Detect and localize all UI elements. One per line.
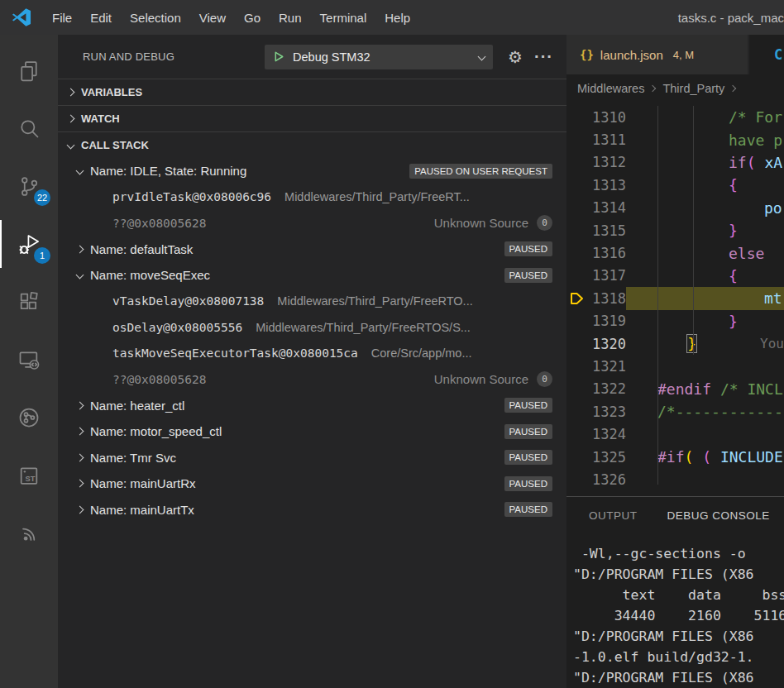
breadcrumb-item[interactable]: Middlewares: [577, 82, 644, 95]
code-line[interactable]: 1325#if( ( INCLUDE: [566, 446, 784, 468]
tab-output[interactable]: OUTPUT: [589, 509, 638, 522]
code-line[interactable]: 1321: [566, 355, 784, 377]
chevron-right-icon: [76, 401, 84, 409]
code-line[interactable]: 1312if( xA: [566, 151, 784, 174]
section-watch[interactable]: WATCH: [58, 105, 566, 131]
code-line-content: }: [626, 310, 784, 332]
gear-icon[interactable]: ⚙: [508, 47, 523, 67]
activity-item-extensions[interactable]: [0, 273, 58, 331]
chevron-down-icon: [76, 167, 84, 175]
editor-gutter[interactable]: 1325: [566, 446, 626, 468]
editor-gutter[interactable]: 1312: [566, 151, 626, 174]
activity-item-search[interactable]: [0, 99, 58, 157]
menu-run[interactable]: Run: [270, 11, 311, 25]
editor-gutter[interactable]: 1323: [566, 400, 626, 423]
code-line[interactable]: 1311have p: [566, 128, 784, 150]
debug-console-output[interactable]: -Wl,--gc-sections -o"D:/PROGRAM FILES (X…: [566, 533, 784, 688]
section-call-stack[interactable]: CALL STACK: [58, 131, 566, 158]
code-line[interactable]: 1315}: [566, 219, 784, 241]
activity-item-source-control[interactable]: 22: [0, 157, 58, 215]
thread-status-badge: PAUSED: [504, 476, 552, 491]
frame-label: prvIdleTask@0x08006c96: [112, 190, 271, 203]
chevron-down-icon[interactable]: [478, 53, 486, 61]
activity-item-remote-explorer[interactable]: [0, 331, 58, 389]
editor-gutter[interactable]: 1322: [566, 378, 626, 400]
chevron-right-icon: [67, 115, 75, 123]
menu-terminal[interactable]: Terminal: [311, 11, 376, 25]
section-variables[interactable]: VARIABLES: [58, 79, 566, 105]
debug-start-icon[interactable]: [273, 50, 285, 63]
call-stack-frame[interactable]: vTaskDelay@0x08007138Middlewares/Third_P…: [58, 289, 566, 315]
editor-gutter[interactable]: 1314: [566, 197, 626, 219]
editor-gutter[interactable]: 1313: [566, 174, 626, 196]
frame-source: Middlewares/Third_Party/FreeRT...: [284, 190, 470, 203]
activity-item-stm32[interactable]: ST: [0, 447, 58, 504]
code-line[interactable]: 1320} You: [566, 332, 784, 355]
code-line[interactable]: 1326: [566, 468, 784, 490]
more-actions-icon[interactable]: ···: [534, 47, 553, 66]
call-stack-thread[interactable]: Name: moveSeqExecPAUSED: [58, 262, 566, 289]
code-editor[interactable]: 1310/* For1311have p1312if( xA1313{1314p…: [566, 102, 784, 496]
code-line[interactable]: 1310/* For: [566, 106, 784, 128]
breadcrumb-item[interactable]: Third_Party: [662, 82, 724, 95]
code-line[interactable]: 1317{: [566, 265, 784, 287]
activity-item-espressif[interactable]: [0, 504, 58, 562]
code-line-content: {: [626, 174, 784, 196]
extensions-icon: [17, 290, 41, 313]
code-line[interactable]: 1324: [566, 423, 784, 445]
call-stack-thread[interactable]: Name: mainUartTxPAUSED: [58, 497, 566, 523]
editor-gutter[interactable]: 1320: [566, 332, 626, 355]
tab-launch-json[interactable]: {} launch.json 4, M: [566, 35, 748, 74]
bottom-panel: OUTPUT DEBUG CONSOLE -Wl,--gc-sections -…: [566, 496, 784, 688]
code-line[interactable]: 1319}: [566, 310, 784, 332]
chevron-right-icon: [76, 245, 84, 253]
code-line[interactable]: 1318mt: [566, 287, 784, 309]
menu-selection[interactable]: Selection: [121, 11, 190, 25]
editor-gutter[interactable]: 1321: [566, 355, 626, 377]
call-stack-frame[interactable]: ??@0x08005628Unknown Source0: [58, 366, 566, 393]
launch-config-dropdown[interactable]: Debug STM32: [265, 45, 493, 69]
editor-gutter[interactable]: 1317: [566, 265, 626, 287]
call-stack-frame[interactable]: taskMoveSeqExecutorTask@0x080015caCore/S…: [58, 341, 566, 367]
code-line-content: } You: [626, 332, 784, 355]
chevron-down-icon: [76, 271, 84, 280]
call-stack-frame[interactable]: osDelay@0x08005556Middlewares/Third_Part…: [58, 314, 566, 341]
tab-tasks-c[interactable]: C: [749, 35, 784, 74]
editor-gutter[interactable]: 1316: [566, 241, 626, 264]
menu-edit[interactable]: Edit: [81, 11, 121, 25]
code-line-content: else: [626, 241, 784, 264]
line-number: 1317: [592, 267, 626, 284]
call-stack-thread[interactable]: Name: defaultTaskPAUSED: [58, 236, 566, 263]
activity-item-run-and-debug[interactable]: 1: [0, 215, 58, 273]
code-line[interactable]: 1323/*------------: [566, 400, 784, 423]
activity-item-git-graph[interactable]: [0, 389, 58, 447]
editor-gutter[interactable]: 1315: [566, 219, 626, 241]
console-line: -1.0.elf build/gd32-1.: [573, 647, 784, 667]
call-stack-thread[interactable]: Name: Tmr SvcPAUSED: [58, 445, 566, 471]
menu-help[interactable]: Help: [375, 11, 419, 25]
code-line[interactable]: 1316else: [566, 241, 784, 264]
menu-file[interactable]: File: [43, 11, 81, 25]
code-line[interactable]: 1322#endif /* INCL: [566, 378, 784, 400]
tab-debug-console[interactable]: DEBUG CONSOLE: [667, 509, 770, 522]
editor-gutter[interactable]: 1326: [566, 468, 626, 490]
call-stack-frame[interactable]: ??@0x08005628Unknown Source0: [58, 210, 566, 236]
thread-status-badge: PAUSED ON USER REQUEST: [409, 164, 552, 179]
editor-gutter[interactable]: 1311: [566, 128, 626, 150]
call-stack-thread[interactable]: Name: IDLE, State: RunningPAUSED ON USER…: [58, 158, 566, 184]
code-line[interactable]: 1314po: [566, 197, 784, 219]
editor-gutter[interactable]: 1319: [566, 310, 626, 332]
call-stack-thread[interactable]: Name: heater_ctlPAUSED: [58, 393, 566, 419]
code-line[interactable]: 1313{: [566, 174, 784, 196]
activity-item-explorer[interactable]: [0, 41, 58, 99]
call-stack-thread[interactable]: Name: motor_speed_ctlPAUSED: [58, 418, 566, 445]
editor-gutter[interactable]: 1310: [566, 106, 626, 128]
call-stack-frame[interactable]: prvIdleTask@0x08006c96Middlewares/Third_…: [58, 184, 566, 211]
sidebar-title: RUN AND DEBUG: [83, 50, 174, 63]
call-stack-thread[interactable]: Name: mainUartRxPAUSED: [58, 471, 566, 497]
editor-gutter[interactable]: 1318: [566, 287, 626, 309]
menu-go[interactable]: Go: [235, 11, 270, 25]
menu-view[interactable]: View: [190, 11, 235, 25]
editor-gutter[interactable]: 1324: [566, 423, 626, 445]
code-token: INCLUDE: [720, 448, 783, 466]
